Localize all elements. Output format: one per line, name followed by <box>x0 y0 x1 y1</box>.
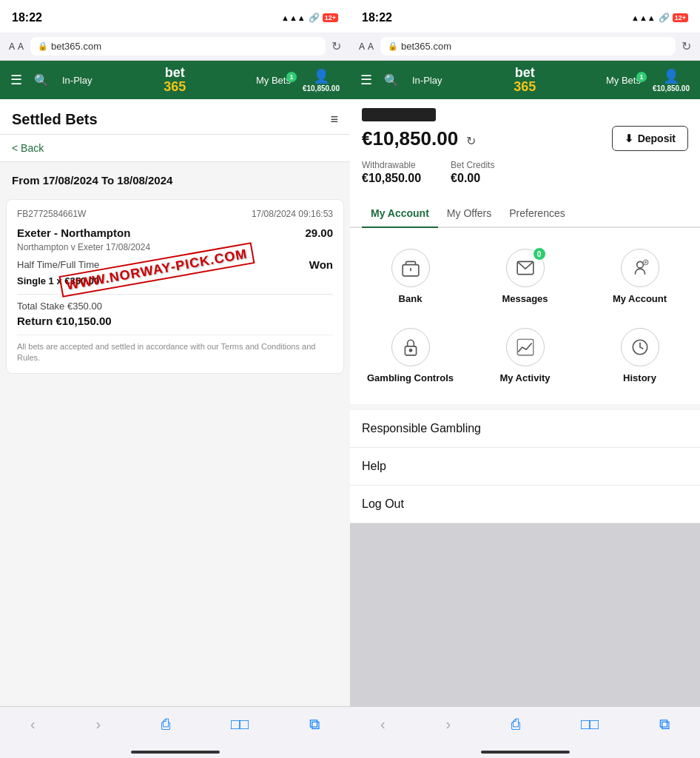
history-label: History <box>623 372 656 383</box>
right-logo-365: 365 <box>514 79 536 94</box>
svg-point-6 <box>409 349 411 352</box>
gambling-controls-icon-circle <box>391 328 430 366</box>
right-status-time: 18:22 <box>362 11 392 24</box>
right-status-bar: 18:22 ▲▲▲ 🔗 12+ <box>350 0 700 33</box>
right-url-bar[interactable]: 🔒 bet365.com <box>380 37 676 56</box>
back-link[interactable]: < Back <box>0 135 350 162</box>
bet-credits-label: Bet Credits <box>451 160 494 170</box>
left-status-time: 18:22 <box>12 11 42 24</box>
svg-point-3 <box>636 261 643 268</box>
tab-preferences[interactable]: Preferences <box>500 200 573 227</box>
left-share-button[interactable]: ⎙ <box>152 713 179 736</box>
right-refresh-button[interactable]: ↻ <box>682 39 691 53</box>
responsible-gambling-item[interactable]: Responsible Gambling <box>350 410 700 448</box>
right-tabs-button[interactable]: ⧉ <box>650 713 679 736</box>
left-account-button[interactable]: 👤 €10,850.00 <box>298 65 344 95</box>
main-balance: €10,850.00 <box>362 127 458 150</box>
right-home-indicator <box>350 751 700 758</box>
bet-market: Half Time/Full Time <box>17 259 99 270</box>
refresh-balance-icon[interactable]: ↻ <box>466 135 476 147</box>
right-browser-bar: A A 🔒 bet365.com ↻ <box>350 33 700 61</box>
right-signal-icon: ▲▲▲ <box>631 13 656 22</box>
tab-my-offers[interactable]: My Offers <box>438 200 500 227</box>
right-bookmarks-button[interactable]: □□ <box>572 713 608 736</box>
bet-odds: 29.00 <box>305 227 333 239</box>
right-share-button[interactable]: ⎙ <box>502 713 529 736</box>
menu-section: Responsible Gambling Help Log Out <box>350 404 700 523</box>
left-back-button[interactable]: ‹ <box>21 713 44 736</box>
balance-row: €10,850.00 ↻ ⬇ Deposit <box>362 126 688 151</box>
bank-icon-circle <box>391 249 430 287</box>
history-icon-item[interactable]: History <box>585 319 694 392</box>
right-mybets-badge: 1 <box>636 72 647 82</box>
bet-match: Exeter - Northampton <box>17 227 130 239</box>
left-inplay-link[interactable]: In-Play <box>56 72 98 89</box>
gambling-controls-icon-item[interactable]: Gambling Controls <box>356 319 465 392</box>
logout-item[interactable]: Log Out <box>350 486 700 523</box>
left-forward-button[interactable]: › <box>87 713 110 736</box>
right-battery-badge: 12+ <box>673 13 688 22</box>
history-icon-circle <box>621 328 659 366</box>
bank-icon-item[interactable]: Bank <box>356 240 465 313</box>
left-mybets-button[interactable]: My Bets 1 <box>252 72 295 89</box>
left-search-icon[interactable]: 🔍 <box>30 70 53 90</box>
left-lock-icon: 🔒 <box>38 41 48 51</box>
messages-icon-item[interactable]: 0 Messages <box>471 240 579 313</box>
svg-rect-7 <box>517 339 534 355</box>
date-range-text: From 17/08/2024 To 18/08/2024 <box>12 174 172 187</box>
account-tabs: My Account My Offers Preferences <box>350 200 700 228</box>
messages-label: Messages <box>502 293 548 304</box>
right-home-bar <box>481 751 570 754</box>
link-icon: 🔗 <box>309 13 320 23</box>
bet-credits-section: Bet Credits €0.00 <box>451 160 494 185</box>
right-inplay-link[interactable]: In-Play <box>406 72 448 89</box>
account-name-bar <box>362 108 436 121</box>
return-amount: Return €10,150.00 <box>17 315 333 327</box>
left-phone: 18:22 ▲▲▲ 🔗 12+ A A 🔒 bet365.com ↻ ☰ 🔍 I… <box>0 0 350 758</box>
right-account-icon: 👤 <box>663 68 679 84</box>
deposit-button[interactable]: ⬇ Deposit <box>612 126 688 151</box>
left-account-icon: 👤 <box>313 68 329 84</box>
left-logo-365: 365 <box>164 79 186 94</box>
right-account-balance: €10,850.00 <box>653 84 690 93</box>
tab-my-account[interactable]: My Account <box>362 200 438 227</box>
my-activity-label: My Activity <box>499 372 550 383</box>
right-nav-bar: ☰ 🔍 In-Play bet 365 My Bets 1 👤 €10,850.… <box>350 61 700 99</box>
bet-match-row: Exeter - Northampton 29.00 <box>17 227 333 239</box>
bet-card: FB2772584661W 17/08/2024 09:16:53 Exeter… <box>6 199 344 374</box>
help-item[interactable]: Help <box>350 448 700 486</box>
my-activity-icon-circle <box>506 328 545 366</box>
bet-result: Won <box>309 258 333 271</box>
withdrawable-amount: €10,850.00 <box>362 172 421 185</box>
bet-credits-amount: €0.00 <box>451 172 494 185</box>
signal-icon: ▲▲▲ <box>281 13 306 22</box>
bank-label: Bank <box>399 293 423 304</box>
right-url-text: bet365.com <box>401 41 451 52</box>
left-logo: bet 365 <box>101 66 249 94</box>
deposit-icon: ⬇ <box>625 133 633 144</box>
settled-bets-title: Settled Bets <box>12 111 98 128</box>
right-mybets-button[interactable]: My Bets 1 <box>602 72 645 89</box>
total-stake: Total Stake €350.00 <box>17 301 333 312</box>
left-refresh-button[interactable]: ↻ <box>332 39 341 53</box>
left-safari-bottom: ‹ › ⎙ □□ ⧉ <box>0 706 350 751</box>
right-forward-button[interactable]: › <box>437 713 460 736</box>
messages-icon-circle: 0 <box>506 249 545 287</box>
right-account-button[interactable]: 👤 €10,850.00 <box>648 65 694 95</box>
left-tabs-button[interactable]: ⧉ <box>300 713 329 736</box>
bet-ref: FB2772584661W <box>17 209 86 219</box>
left-bookmarks-button[interactable]: □□ <box>222 713 258 736</box>
right-lock-icon: 🔒 <box>388 41 398 51</box>
left-url-bar[interactable]: 🔒 bet365.com <box>30 37 326 56</box>
hamburger-icon[interactable]: ≡ <box>330 112 338 127</box>
left-browser-aa: A A <box>9 41 24 52</box>
right-search-icon[interactable]: 🔍 <box>380 70 403 90</box>
my-account-icon-item[interactable]: My Account <box>585 240 694 313</box>
my-activity-icon-item[interactable]: My Activity <box>471 319 579 392</box>
left-menu-icon[interactable]: ☰ <box>6 69 27 91</box>
right-back-button[interactable]: ‹ <box>371 713 394 736</box>
withdrawable-section: Withdrawable €10,850.00 <box>362 160 421 185</box>
left-logo-bet: bet <box>165 65 185 80</box>
left-mybets-badge: 1 <box>286 72 297 82</box>
right-menu-icon[interactable]: ☰ <box>356 69 377 91</box>
